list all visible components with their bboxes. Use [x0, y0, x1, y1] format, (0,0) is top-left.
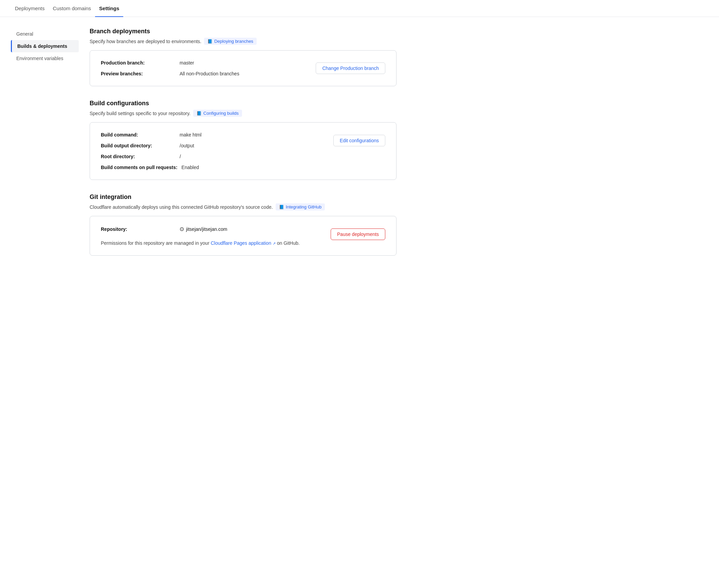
deploying-branches-link[interactable]: 📘 Deploying branches: [204, 38, 257, 45]
branch-deployments-card: Production branch: master Preview branch…: [90, 50, 397, 86]
book-icon-3: 📘: [279, 205, 284, 209]
sidebar-item-environment-variables[interactable]: Environment variables: [11, 52, 79, 65]
build-configurations-card: Build command: make html Build output di…: [90, 122, 397, 180]
repository-label: Repository:: [101, 226, 176, 232]
sidebar-item-builds-deployments[interactable]: Builds & deployments: [11, 40, 79, 52]
sidebar: General Builds & deployments Environment…: [11, 28, 79, 269]
branch-deployments-section: Branch deployments Specify how branches …: [90, 28, 397, 86]
build-comments-row: Build comments on pull requests: Enabled: [101, 165, 202, 170]
root-directory-value: /: [180, 154, 181, 159]
build-command-value: make html: [180, 132, 202, 137]
git-integration-fields: Repository: ⊙ jitsejan/jitsejan.com Perm…: [101, 226, 300, 246]
pause-deployments-button[interactable]: Pause deployments: [331, 228, 385, 240]
build-command-label: Build command:: [101, 132, 176, 137]
build-output-directory-row: Build output directory: /output: [101, 143, 202, 148]
tab-deployments[interactable]: Deployments: [11, 0, 49, 17]
branch-deployments-description: Specify how branches are deployed to env…: [90, 38, 397, 45]
main-layout: General Builds & deployments Environment…: [0, 17, 407, 280]
build-comments-label: Build comments on pull requests:: [101, 165, 178, 170]
book-icon: 📘: [207, 39, 213, 44]
build-output-directory-label: Build output directory:: [101, 143, 176, 148]
edit-configurations-button[interactable]: Edit configurations: [333, 135, 385, 146]
repo-name-text: jitsejan/jitsejan.com: [186, 226, 227, 232]
build-output-directory-value: /output: [180, 143, 194, 148]
git-integration-card: Repository: ⊙ jitsejan/jitsejan.com Perm…: [90, 216, 397, 256]
main-content: Branch deployments Specify how branches …: [90, 28, 397, 269]
production-branch-row: Production branch: master: [101, 60, 239, 66]
top-navigation: Deployments Custom domains Settings: [0, 0, 719, 17]
branch-deployments-fields: Production branch: master Preview branch…: [101, 60, 239, 76]
build-configuration-fields: Build command: make html Build output di…: [101, 132, 202, 170]
preview-branches-label: Preview branches:: [101, 71, 176, 76]
preview-branches-value: All non-Production branches: [180, 71, 239, 76]
branch-deployments-title: Branch deployments: [90, 28, 397, 35]
production-branch-value: master: [180, 60, 194, 66]
build-command-row: Build command: make html: [101, 132, 202, 137]
external-link-icon: ↗: [273, 241, 276, 245]
tab-custom-domains[interactable]: Custom domains: [49, 0, 95, 17]
repository-row: Repository: ⊙ jitsejan/jitsejan.com: [101, 226, 300, 232]
build-config-action: Edit configurations: [333, 135, 385, 146]
cloudflare-pages-link[interactable]: Cloudflare Pages application ↗: [211, 240, 277, 246]
git-integration-title: Git integration: [90, 194, 397, 201]
change-production-branch-button[interactable]: Change Production branch: [316, 62, 385, 74]
configuring-builds-link[interactable]: 📘 Configuring builds: [193, 110, 242, 117]
build-configurations-description: Specify build settings specific to your …: [90, 110, 397, 117]
production-branch-label: Production branch:: [101, 60, 176, 66]
git-integration-description: Cloudflare automatically deploys using t…: [90, 203, 397, 210]
git-integration-section: Git integration Cloudflare automatically…: [90, 194, 397, 256]
root-directory-row: Root directory: /: [101, 154, 202, 159]
preview-branches-row: Preview branches: All non-Production bra…: [101, 71, 239, 76]
book-icon-2: 📘: [197, 111, 202, 116]
build-comments-value: Enabled: [182, 165, 199, 170]
integrating-github-link[interactable]: 📘 Integrating GitHub: [276, 203, 325, 210]
tab-settings[interactable]: Settings: [95, 0, 123, 17]
build-configurations-section: Build configurations Specify build setti…: [90, 100, 397, 180]
build-configurations-title: Build configurations: [90, 100, 397, 107]
permissions-text: Permissions for this repository are mana…: [101, 240, 300, 246]
repository-name: ⊙ jitsejan/jitsejan.com: [180, 226, 227, 232]
root-directory-label: Root directory:: [101, 154, 176, 159]
sidebar-item-general[interactable]: General: [11, 28, 79, 40]
github-icon: ⊙: [180, 226, 184, 232]
git-integration-action: Pause deployments: [331, 228, 385, 240]
